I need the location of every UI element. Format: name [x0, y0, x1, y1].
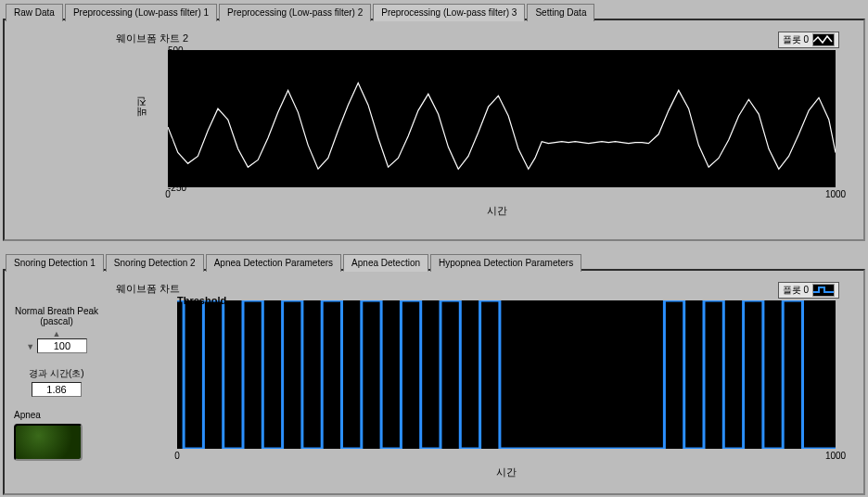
chart1-legend[interactable]: 플롯 0 [778, 32, 839, 48]
elapsed-control: 경과 시간(초) 1.86 [10, 367, 103, 397]
top-tab-1[interactable]: Preprocessing (Low-pass filter) 1 [65, 4, 217, 21]
bottom-tab-4[interactable]: Hypopnea Detection Parameters [430, 254, 581, 272]
elapsed-value: 1.86 [32, 382, 82, 397]
elapsed-label: 경과 시간(초) [10, 367, 103, 380]
top-tab-3[interactable]: Preprocessing (Low-pass filter) 3 [373, 4, 525, 21]
bottom-tab-0[interactable]: Snoring Detection 1 [6, 254, 104, 272]
x-tick: 1000 [825, 451, 846, 461]
x-tick: 0 [174, 451, 180, 461]
peak-input[interactable]: 100 [37, 338, 87, 353]
x-tick: 1000 [825, 189, 846, 199]
chart2-legend[interactable]: 플롯 0 [778, 282, 839, 299]
peak-label: Normal Breath Peak [10, 306, 103, 316]
bottom-tab-3[interactable]: Apnea Detection [343, 254, 428, 272]
top-panel: 웨이브폼 차트 2 플롯 0 -250025050001000 배진 시간 [3, 19, 865, 241]
top-tab-4[interactable]: Setting Data [527, 4, 594, 21]
chart1-plot-area: -250025050001000 [168, 50, 836, 187]
bottom-tab-1[interactable]: Snoring Detection 2 [106, 254, 204, 272]
chart1-xlabel: 시간 [487, 204, 507, 218]
top-tabstrip: Raw DataPreprocessing (Low-pass filter) … [6, 4, 596, 21]
top-tab-0[interactable]: Raw Data [6, 4, 63, 21]
bottom-tab-2[interactable]: Apnea Detection Parameters [206, 254, 341, 272]
chart1-title: 웨이브폼 차트 2 [116, 32, 188, 45]
legend1-label: 플롯 0 [783, 33, 809, 46]
legend2-label: 플롯 0 [783, 284, 809, 297]
peak-control: Normal Breath Peak (pascal) ▲▼ 100 [10, 306, 103, 353]
chart1-ylabel: 배진 [134, 104, 148, 124]
bottom-tabstrip: Snoring Detection 1Snoring Detection 2Ap… [6, 254, 583, 272]
labview-app: Raw DataPreprocessing (Low-pass filter) … [0, 0, 868, 497]
chart2-title: 웨이브폼 차트 [116, 282, 180, 296]
chart2-plot-area: 01000Threshold [177, 300, 836, 449]
apnea-led [14, 424, 83, 461]
x-tick: 0 [165, 189, 171, 199]
apnea-label: Apnea [14, 410, 83, 420]
bottom-panel: Normal Breath Peak (pascal) ▲▼ 100 경과 시간… [3, 269, 865, 495]
peak-unit: (pascal) [10, 316, 103, 326]
apnea-block: Apnea [14, 410, 83, 461]
top-tab-2[interactable]: Preprocessing (Low-pass filter) 2 [219, 4, 371, 21]
legend2-swatch [812, 284, 835, 297]
chart2-xlabel: 시간 [496, 465, 517, 479]
legend1-swatch [812, 33, 835, 46]
